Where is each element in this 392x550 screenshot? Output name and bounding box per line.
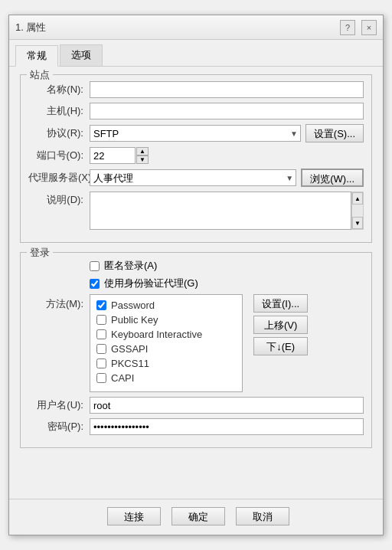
desc-wrapper: ▲ ▼: [90, 192, 364, 230]
port-input[interactable]: [90, 147, 136, 164]
tab-bar: 常规 选项: [9, 40, 383, 67]
method-settings-button[interactable]: 设置(I)...: [253, 294, 308, 313]
name-label: 名称(N):: [28, 83, 90, 97]
close-button[interactable]: ×: [361, 20, 377, 35]
method-buttons: 设置(I)... 上移(V) 下↓(E): [249, 294, 308, 355]
proxy-row: 代理服务器(X): 人事代理 无 系统代理 ▼ 浏览(W)...: [28, 169, 364, 187]
method-keyboard: Keyboard Interactive: [96, 329, 236, 340]
footer: 连接 确定 取消: [9, 499, 383, 535]
method-pubkey: Public Key: [96, 314, 236, 326]
password-label: 密码(P):: [28, 420, 90, 434]
port-down-button[interactable]: ▼: [136, 156, 149, 164]
method-area: Password Public Key Keyboard Interactive: [90, 294, 308, 392]
method-pubkey-label: Public Key: [111, 314, 158, 326]
site-group: 站点 名称(N): 主机(H): 协议(R): SFTP FTP SCP: [20, 74, 372, 243]
tab-general[interactable]: 常规: [15, 45, 58, 67]
method-label: 方法(M):: [28, 294, 90, 311]
title-bar: 1. 属性 ? ×: [9, 15, 383, 40]
name-input[interactable]: [90, 81, 364, 98]
browse-button[interactable]: 浏览(W)...: [301, 169, 364, 187]
host-row: 主机(H):: [28, 103, 364, 119]
desc-label: 说明(D):: [28, 192, 90, 207]
content: 站点 名称(N): 主机(H): 协议(R): SFTP FTP SCP: [9, 67, 383, 499]
method-gssapi: GSSAPI: [96, 343, 236, 355]
port-row: 端口号(O): ▲ ▼: [28, 147, 364, 164]
port-up-button[interactable]: ▲: [136, 147, 149, 156]
method-gssapi-checkbox[interactable]: [96, 344, 106, 354]
method-up-button[interactable]: 上移(V): [253, 316, 308, 334]
method-pkcs11: PKCS11: [96, 358, 236, 369]
username-label: 用户名(U):: [28, 398, 90, 412]
username-input[interactable]: [90, 397, 364, 414]
method-list: Password Public Key Keyboard Interactive: [90, 294, 243, 392]
password-input[interactable]: [90, 418, 364, 435]
method-capi: CAPI: [96, 372, 236, 384]
port-controls: ▲ ▼: [90, 147, 149, 164]
desc-scrollbar[interactable]: ▲ ▼: [351, 192, 364, 230]
scrollbar-down-icon[interactable]: ▼: [352, 217, 363, 229]
ok-button[interactable]: 确定: [172, 507, 225, 525]
connect-button[interactable]: 连接: [107, 507, 161, 525]
agent-label: 使用身份验证代理(G): [104, 277, 198, 290]
method-pkcs11-label: PKCS11: [111, 358, 149, 369]
title-actions: ? ×: [340, 20, 377, 35]
protocol-select[interactable]: SFTP FTP SCP: [90, 125, 301, 142]
protocol-label: 协议(R):: [28, 126, 90, 140]
method-password: Password: [96, 300, 236, 311]
method-pubkey-checkbox[interactable]: [96, 315, 106, 325]
port-spinner: ▲ ▼: [136, 147, 149, 164]
settings-button[interactable]: 设置(S)...: [305, 124, 364, 142]
dialog-title: 1. 属性: [15, 21, 46, 34]
username-row: 用户名(U):: [28, 397, 364, 414]
protocol-row: 协议(R): SFTP FTP SCP ▼ 设置(S)...: [28, 124, 364, 142]
site-group-title: 站点: [27, 68, 53, 82]
method-gssapi-label: GSSAPI: [111, 343, 148, 355]
proxy-select[interactable]: 人事代理 无 系统代理: [90, 169, 296, 186]
host-label: 主机(H):: [28, 104, 90, 118]
proxy-label: 代理服务器(X):: [28, 171, 90, 185]
method-password-checkbox[interactable]: [96, 300, 106, 310]
help-button[interactable]: ?: [340, 20, 355, 35]
method-pkcs11-checkbox[interactable]: [96, 358, 106, 368]
method-capi-label: CAPI: [111, 372, 134, 384]
method-keyboard-label: Keyboard Interactive: [111, 329, 202, 340]
method-down-button[interactable]: 下↓(E): [253, 337, 308, 355]
scrollbar-track: [352, 205, 363, 217]
proxy-select-wrapper: 人事代理 无 系统代理 ▼: [90, 169, 296, 186]
protocol-select-wrapper: SFTP FTP SCP ▼: [90, 125, 301, 142]
password-row: 密码(P):: [28, 418, 364, 435]
method-row: 方法(M): Password Public Key K: [28, 294, 364, 392]
scrollbar-up-icon[interactable]: ▲: [352, 192, 363, 205]
method-capi-checkbox[interactable]: [96, 373, 106, 383]
cancel-button[interactable]: 取消: [236, 507, 289, 525]
anon-label: 匿名登录(A): [104, 259, 157, 273]
agent-row: 使用身份验证代理(G): [28, 277, 364, 290]
port-label: 端口号(O):: [28, 149, 90, 162]
method-password-label: Password: [111, 300, 155, 311]
agent-checkbox[interactable]: [90, 279, 100, 289]
host-input[interactable]: [90, 103, 364, 119]
desc-input[interactable]: [90, 192, 351, 230]
anon-checkbox[interactable]: [90, 261, 100, 271]
login-group: 登录 匿名登录(A) 使用身份验证代理(G) 方法(M):: [20, 252, 372, 448]
method-keyboard-checkbox[interactable]: [96, 329, 106, 339]
name-row: 名称(N):: [28, 81, 364, 98]
login-group-title: 登录: [27, 246, 53, 260]
anon-row: 匿名登录(A): [28, 259, 364, 273]
tab-options[interactable]: 选项: [60, 44, 103, 66]
desc-row: 说明(D): ▲ ▼: [28, 192, 364, 230]
dialog: 1. 属性 ? × 常规 选项 站点 名称(N): 主机(H):: [8, 15, 384, 535]
